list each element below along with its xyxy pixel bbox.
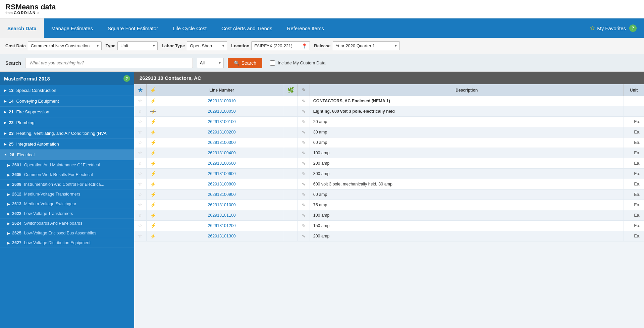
nav-cost-alerts[interactable]: Cost Alerts and Trends bbox=[214, 18, 280, 38]
sidebar-sub-2625[interactable]: ▶ 2625 Low-Voltage Enclosed Bus Assembli… bbox=[0, 228, 134, 238]
row-pencil-icon[interactable]: ✎ bbox=[302, 161, 306, 166]
star-cell[interactable]: ☆ bbox=[134, 221, 146, 231]
row-pencil-icon[interactable]: ✎ bbox=[302, 192, 306, 197]
row-pencil-icon[interactable]: ✎ bbox=[302, 99, 306, 104]
pencil-cell[interactable]: ✎ bbox=[298, 221, 310, 231]
row-star-icon[interactable]: ☆ bbox=[138, 192, 142, 197]
pencil-cell[interactable]: ✎ bbox=[298, 169, 310, 179]
cost-data-select[interactable]: Commercial New Construction bbox=[28, 41, 102, 50]
row-star-icon[interactable]: ☆ bbox=[138, 98, 142, 104]
row-star-icon[interactable]: ☆ bbox=[138, 223, 142, 228]
sidebar-sub-2612[interactable]: ▶ 2612 Medium-Voltage Transformers bbox=[0, 189, 134, 199]
row-pencil-icon[interactable]: ✎ bbox=[302, 171, 306, 176]
sidebar-sub-2622[interactable]: ▶ 2622 Low-Voltage Transformers bbox=[0, 209, 134, 219]
location-select[interactable]: FAIRFAX (220-221) bbox=[251, 41, 310, 50]
type-select[interactable]: Unit bbox=[117, 41, 158, 50]
pencil-cell[interactable]: ✎ bbox=[298, 96, 310, 106]
pencil-cell[interactable]: ✎ bbox=[298, 148, 310, 158]
pencil-cell[interactable]: ✎ bbox=[298, 138, 310, 148]
pencil-cell[interactable]: ✎ bbox=[298, 200, 310, 210]
search-button[interactable]: 🔍 Search bbox=[228, 58, 262, 68]
row-pencil-icon[interactable]: ✎ bbox=[302, 151, 306, 156]
row-pencil-icon[interactable]: ✎ bbox=[302, 130, 306, 135]
sidebar-item-23[interactable]: ▶ 23 Heating, Ventilating, and Air Condi… bbox=[0, 128, 134, 139]
row-star-icon[interactable]: ☆ bbox=[138, 140, 142, 145]
row-star-icon[interactable]: ☆ bbox=[138, 181, 142, 187]
line-number-cell[interactable]: 262913100400 bbox=[160, 148, 284, 158]
row-star-icon[interactable]: ☆ bbox=[138, 202, 142, 208]
sidebar-sub-2613[interactable]: ▶ 2613 Medium-Voltage Switchgear bbox=[0, 199, 134, 209]
release-select[interactable]: Year 2020 Quarter 1 bbox=[333, 41, 400, 50]
row-star-icon[interactable]: ☆ bbox=[138, 119, 142, 124]
nav-search-data[interactable]: Search Data bbox=[0, 18, 44, 38]
star-cell[interactable]: ☆ bbox=[134, 127, 146, 138]
pencil-cell[interactable]: ✎ bbox=[298, 231, 310, 241]
row-pencil-icon[interactable]: ✎ bbox=[302, 182, 306, 187]
sidebar-item-22[interactable]: ▶ 22 Plumbing bbox=[0, 117, 134, 128]
star-cell[interactable]: ☆ bbox=[134, 169, 146, 179]
nav-life-cycle[interactable]: Life Cycle Cost bbox=[165, 18, 214, 38]
star-cell[interactable]: ☆ bbox=[134, 231, 146, 241]
line-number-cell[interactable]: 262913100050 bbox=[160, 106, 284, 117]
star-cell[interactable]: ☆ bbox=[134, 179, 146, 189]
sidebar-item-21[interactable]: ▶ 21 Fire Suppression bbox=[0, 107, 134, 117]
star-cell[interactable]: ☆ bbox=[134, 96, 146, 106]
line-number-cell[interactable]: 262913100300 bbox=[160, 138, 284, 148]
nav-manage-estimates[interactable]: Manage Estimates bbox=[44, 18, 100, 38]
star-cell[interactable]: ☆ bbox=[134, 158, 146, 169]
line-number-cell[interactable]: 262913100010 bbox=[160, 96, 284, 106]
sidebar-help-badge[interactable]: ? bbox=[123, 75, 130, 82]
star-cell[interactable]: ☆ bbox=[134, 210, 146, 221]
pencil-cell[interactable]: ✎ bbox=[298, 210, 310, 221]
sidebar-item-26[interactable]: ▼ 26 Electrical bbox=[0, 150, 134, 160]
sidebar-sub-2609[interactable]: ▶ 2609 Instrumentation And Control For E… bbox=[0, 180, 134, 189]
line-number-cell[interactable]: 262913101100 bbox=[160, 210, 284, 221]
pencil-cell[interactable]: ✎ bbox=[298, 179, 310, 189]
row-pencil-icon[interactable]: ✎ bbox=[302, 119, 306, 124]
line-number-cell[interactable]: 262913101000 bbox=[160, 200, 284, 210]
pencil-cell[interactable]: ✎ bbox=[298, 106, 310, 117]
custom-data-checkbox[interactable] bbox=[270, 60, 275, 66]
line-number-cell[interactable]: 262913100200 bbox=[160, 127, 284, 138]
line-number-cell[interactable]: 262913101200 bbox=[160, 221, 284, 231]
row-star-icon[interactable]: ☆ bbox=[138, 212, 142, 218]
nav-favorites[interactable]: ☆ My Favorites ? bbox=[582, 18, 644, 38]
sidebar-item-25[interactable]: ▶ 25 Integrated Automation bbox=[0, 139, 134, 150]
nav-reference[interactable]: Reference Items bbox=[280, 18, 331, 38]
search-filter-select[interactable]: All bbox=[197, 58, 224, 68]
row-pencil-icon[interactable]: ✎ bbox=[302, 223, 306, 228]
sidebar-item-13[interactable]: ▶ 13 Special Construction bbox=[0, 85, 134, 96]
star-cell[interactable]: ☆ bbox=[134, 148, 146, 158]
star-cell[interactable]: ☆ bbox=[134, 138, 146, 148]
line-number-cell[interactable]: 262913101300 bbox=[160, 231, 284, 241]
pencil-cell[interactable]: ✎ bbox=[298, 158, 310, 169]
star-cell[interactable]: ☆ bbox=[134, 106, 146, 117]
search-input[interactable] bbox=[25, 58, 193, 68]
row-star-icon[interactable]: ☆ bbox=[138, 233, 142, 239]
nav-square-foot[interactable]: Square Foot Estimator bbox=[100, 18, 165, 38]
sidebar-sub-2605[interactable]: ▶ 2605 Common Work Results For Electrica… bbox=[0, 170, 134, 180]
sidebar-item-14[interactable]: ▶ 14 Conveying Equipment bbox=[0, 96, 134, 107]
line-number-cell[interactable]: 262913100500 bbox=[160, 158, 284, 169]
pencil-cell[interactable]: ✎ bbox=[298, 189, 310, 200]
labor-type-select[interactable]: Open Shop bbox=[187, 41, 227, 50]
row-pencil-icon[interactable]: ✎ bbox=[302, 109, 306, 114]
star-cell[interactable]: ☆ bbox=[134, 200, 146, 210]
row-pencil-icon[interactable]: ✎ bbox=[302, 234, 306, 239]
line-number-cell[interactable]: 262913100100 bbox=[160, 117, 284, 127]
row-star-icon[interactable]: ☆ bbox=[138, 171, 142, 176]
star-cell[interactable]: ☆ bbox=[134, 189, 146, 200]
pencil-cell[interactable]: ✎ bbox=[298, 127, 310, 138]
row-pencil-icon[interactable]: ✎ bbox=[302, 203, 306, 208]
star-cell[interactable]: ☆ bbox=[134, 117, 146, 127]
row-star-icon[interactable]: ☆ bbox=[138, 150, 142, 156]
sidebar-sub-2624[interactable]: ▶ 2624 Switchboards And Panelboards bbox=[0, 219, 134, 228]
row-star-icon[interactable]: ☆ bbox=[138, 160, 142, 166]
line-number-cell[interactable]: 262913100900 bbox=[160, 189, 284, 200]
line-number-cell[interactable]: 262913100800 bbox=[160, 179, 284, 189]
help-badge[interactable]: ? bbox=[629, 24, 637, 32]
row-pencil-icon[interactable]: ✎ bbox=[302, 140, 306, 145]
row-pencil-icon[interactable]: ✎ bbox=[302, 213, 306, 218]
row-star-icon[interactable]: ☆ bbox=[138, 108, 142, 114]
row-star-icon[interactable]: ☆ bbox=[138, 129, 142, 135]
